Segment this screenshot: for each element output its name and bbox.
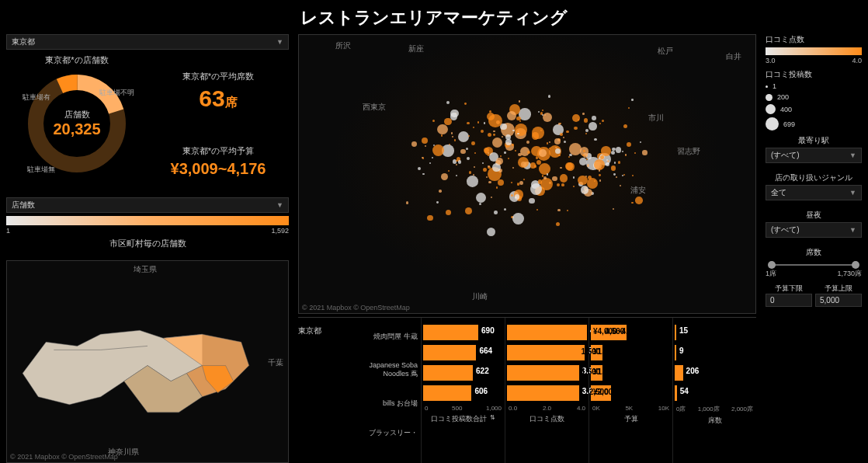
bar[interactable]: 3.6 bbox=[507, 385, 579, 401]
map-dot[interactable] bbox=[479, 203, 481, 205]
bar[interactable]: 664 bbox=[423, 345, 476, 360]
map-dot[interactable] bbox=[613, 173, 616, 176]
map-dot[interactable] bbox=[536, 209, 538, 211]
sort-icon[interactable]: ⇅ bbox=[490, 414, 495, 424]
bar[interactable]: ¥1,000~1,9991,500 bbox=[591, 345, 602, 360]
map-dot[interactable] bbox=[625, 154, 627, 155]
map-dot[interactable] bbox=[563, 137, 564, 138]
map-dot[interactable] bbox=[441, 134, 443, 136]
prefecture-select[interactable]: 東京都 ▼ bbox=[6, 34, 289, 50]
map-dot[interactable] bbox=[504, 151, 506, 154]
map-dot[interactable] bbox=[616, 176, 617, 178]
map-dot[interactable] bbox=[560, 174, 568, 182]
map-dot[interactable] bbox=[471, 141, 475, 145]
map-dot[interactable] bbox=[640, 141, 641, 143]
budget-min-input[interactable] bbox=[766, 294, 812, 307]
map-dot[interactable] bbox=[429, 162, 431, 164]
map-dot[interactable] bbox=[611, 165, 616, 171]
slider-thumb-min[interactable] bbox=[768, 261, 776, 269]
map-dot[interactable] bbox=[456, 175, 457, 176]
map-dot[interactable] bbox=[505, 134, 511, 140]
map-dot[interactable] bbox=[467, 122, 469, 124]
map-dot[interactable] bbox=[567, 210, 568, 211]
map-dot[interactable] bbox=[631, 202, 634, 204]
map-dot[interactable] bbox=[493, 131, 495, 133]
map-dot[interactable] bbox=[572, 114, 580, 122]
map-dot[interactable] bbox=[465, 207, 472, 214]
map-dot[interactable] bbox=[599, 123, 601, 124]
map-dot[interactable] bbox=[557, 209, 561, 212]
map-dot[interactable] bbox=[542, 110, 544, 112]
map-dot[interactable] bbox=[527, 151, 530, 154]
map-dot[interactable] bbox=[539, 149, 546, 156]
map-dot[interactable] bbox=[502, 136, 503, 138]
map-dot[interactable] bbox=[585, 133, 587, 134]
map-dot[interactable] bbox=[437, 124, 447, 134]
bar[interactable]: 3.9 bbox=[507, 345, 585, 360]
map-dot[interactable] bbox=[623, 124, 627, 128]
map-dot[interactable] bbox=[427, 215, 433, 221]
map-dot[interactable] bbox=[582, 155, 584, 156]
map-dot[interactable] bbox=[594, 180, 595, 182]
map-dot[interactable] bbox=[488, 133, 491, 137]
map-dot[interactable] bbox=[578, 176, 587, 185]
map-dot[interactable] bbox=[601, 146, 610, 155]
map-dot[interactable] bbox=[456, 164, 457, 165]
map-dot[interactable] bbox=[594, 138, 597, 141]
map-dot[interactable] bbox=[543, 113, 552, 122]
map-dot[interactable] bbox=[484, 122, 485, 124]
map-dot[interactable] bbox=[494, 211, 497, 214]
bar[interactable]: 9 bbox=[675, 345, 676, 360]
filter-station-select[interactable]: (すべて) ▼ bbox=[766, 148, 862, 163]
map-dot[interactable] bbox=[422, 138, 428, 144]
map-dot[interactable] bbox=[589, 122, 596, 130]
map-dot[interactable] bbox=[530, 183, 542, 195]
map-dot[interactable] bbox=[496, 158, 503, 165]
map-dot[interactable] bbox=[552, 176, 557, 181]
map-dot[interactable] bbox=[477, 121, 479, 123]
filter-time-select[interactable]: (すべて) ▼ bbox=[766, 222, 862, 238]
bar[interactable]: 54 bbox=[675, 385, 677, 401]
store-count-legend-header[interactable]: 店舗数 ▼ bbox=[6, 197, 289, 213]
map-dot[interactable] bbox=[599, 179, 601, 181]
map-dot[interactable] bbox=[622, 151, 623, 152]
map-dot[interactable] bbox=[592, 116, 596, 120]
map-dot[interactable] bbox=[557, 183, 560, 186]
bar[interactable]: ¥2,000~2,9992,500 bbox=[591, 385, 611, 401]
map-dot[interactable] bbox=[512, 213, 524, 225]
map-dot[interactable] bbox=[467, 157, 470, 160]
budget-max-input[interactable] bbox=[815, 294, 862, 307]
map-dot[interactable] bbox=[512, 144, 514, 146]
map-dot[interactable] bbox=[602, 120, 604, 122]
map-dot[interactable] bbox=[446, 210, 451, 215]
map-dot[interactable] bbox=[508, 158, 509, 159]
map-dot[interactable] bbox=[444, 118, 452, 126]
map-dot[interactable] bbox=[627, 142, 631, 147]
map-dot[interactable] bbox=[613, 208, 614, 210]
map-dot[interactable] bbox=[518, 157, 529, 168]
map-dot[interactable] bbox=[422, 173, 424, 175]
map-dot[interactable] bbox=[631, 99, 634, 101]
map-dot[interactable] bbox=[496, 186, 498, 188]
bar[interactable]: 622 bbox=[423, 365, 473, 381]
map-dot[interactable] bbox=[439, 190, 442, 193]
map-dot[interactable] bbox=[599, 174, 601, 176]
map-dot[interactable] bbox=[583, 150, 585, 152]
map-dot[interactable] bbox=[618, 161, 620, 163]
map-dot[interactable] bbox=[474, 166, 475, 168]
map-dot[interactable] bbox=[560, 133, 562, 135]
map-dot[interactable] bbox=[642, 150, 648, 155]
map-dot[interactable] bbox=[498, 179, 504, 186]
map-dot[interactable] bbox=[486, 176, 488, 178]
bar[interactable]: ¥4,000~4,9994,500 bbox=[591, 325, 627, 340]
map-dot[interactable] bbox=[411, 141, 417, 147]
bar[interactable]: 690 bbox=[423, 325, 478, 340]
map-dot[interactable] bbox=[523, 179, 525, 180]
map-dot[interactable] bbox=[432, 157, 433, 158]
map-dot[interactable] bbox=[454, 139, 457, 141]
bar[interactable]: ¥1,000~1,9991,500 bbox=[591, 365, 602, 381]
map-dot[interactable] bbox=[492, 138, 502, 148]
map-dot[interactable] bbox=[581, 186, 589, 193]
map-dot[interactable] bbox=[616, 147, 622, 153]
map-dot[interactable] bbox=[500, 155, 502, 157]
